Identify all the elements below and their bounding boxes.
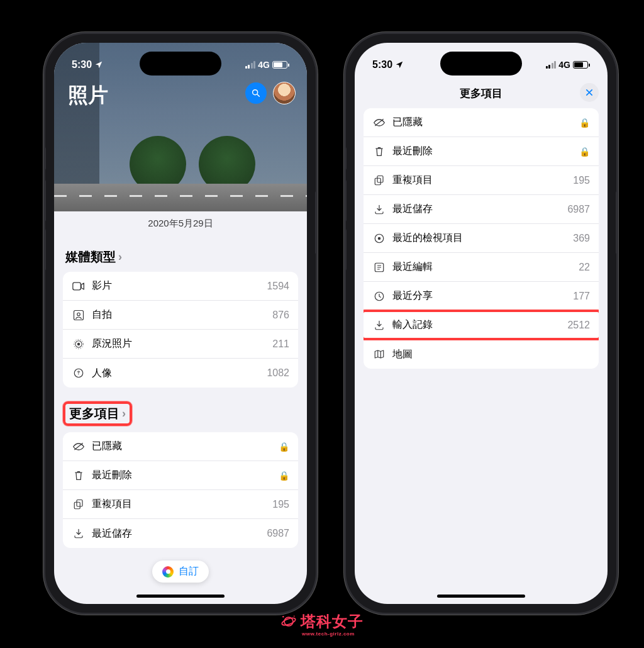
row-label: 已隱藏 xyxy=(86,440,279,453)
customize-button[interactable]: 自訂 xyxy=(152,561,209,583)
row-duplicates[interactable]: 重複項目 195 xyxy=(364,166,599,195)
screen-left: 5:30 4G 照片 2020年5月29日 媒體類型 xyxy=(54,43,307,604)
svg-rect-3 xyxy=(74,310,84,320)
row-map[interactable]: 地圖 xyxy=(364,340,599,369)
home-indicator[interactable] xyxy=(437,595,525,598)
row-label: 最近刪除 xyxy=(86,469,279,482)
close-icon xyxy=(585,88,594,97)
mute-switch[interactable] xyxy=(45,147,46,170)
customize-label: 自訂 xyxy=(179,565,199,578)
network-label: 4G xyxy=(258,60,270,70)
power-button[interactable] xyxy=(315,191,316,254)
row-count: 1594 xyxy=(267,281,289,292)
row-videos[interactable]: 影片 1594 xyxy=(63,272,298,301)
duplicate-icon xyxy=(72,499,86,510)
hidden-icon xyxy=(72,442,86,452)
row-hidden[interactable]: 已隱藏 🔒 xyxy=(364,108,599,137)
hidden-icon xyxy=(372,118,386,128)
svg-line-1 xyxy=(257,94,259,96)
svg-point-5 xyxy=(77,342,80,345)
dynamic-island xyxy=(140,52,221,75)
phone-right: 5:30 4G 更多項目 已隱藏 🔒 xyxy=(346,34,616,613)
search-button[interactable] xyxy=(245,82,267,104)
close-button[interactable] xyxy=(580,83,599,102)
row-count: 195 xyxy=(272,499,289,510)
watermark: 塔科女子 www.tech-girlz.com xyxy=(280,612,364,632)
volume-up[interactable] xyxy=(346,180,347,221)
svg-rect-11 xyxy=(74,502,80,509)
search-icon xyxy=(251,88,261,98)
watermark-url: www.tech-girlz.com xyxy=(302,631,355,637)
download-icon xyxy=(372,204,386,215)
row-count: 369 xyxy=(573,233,590,244)
recent-edit-icon xyxy=(372,262,386,273)
trash-icon xyxy=(372,146,386,157)
modal-header: 更多項目 xyxy=(355,78,608,108)
row-imports[interactable]: 輸入記錄 2512 xyxy=(364,311,599,340)
phone-left: 5:30 4G 照片 2020年5月29日 媒體類型 xyxy=(45,34,316,613)
media-types-label: 媒體類型 xyxy=(65,249,116,265)
location-icon xyxy=(94,60,103,69)
row-label: 最近刪除 xyxy=(386,145,579,158)
lock-icon: 🔒 xyxy=(579,118,590,128)
row-recently-deleted[interactable]: 最近刪除 🔒 xyxy=(63,461,298,490)
row-count: 876 xyxy=(272,310,289,321)
row-recently-deleted[interactable]: 最近刪除 🔒 xyxy=(364,137,599,166)
row-count: 211 xyxy=(272,338,289,350)
duplicate-icon xyxy=(372,175,386,186)
row-recently-edited[interactable]: 最近編輯 22 xyxy=(364,253,599,282)
power-button[interactable] xyxy=(616,191,616,254)
row-label: 已隱藏 xyxy=(386,116,579,129)
volume-up[interactable] xyxy=(45,180,46,221)
row-label: 原況照片 xyxy=(86,337,272,350)
download-icon xyxy=(72,528,86,539)
hero-date: 2020年5月29日 xyxy=(63,211,298,237)
mute-switch[interactable] xyxy=(346,147,347,170)
row-hidden[interactable]: 已隱藏 🔒 xyxy=(63,432,298,461)
more-items-card: 已隱藏 🔒 最近刪除 🔒 重複項目 195 最近儲存 6987 xyxy=(63,432,298,548)
row-count: 2512 xyxy=(567,320,590,331)
row-count: 6987 xyxy=(267,528,289,539)
volume-down[interactable] xyxy=(45,229,46,271)
row-recently-viewed[interactable]: 最近的檢視項目 369 xyxy=(364,224,599,253)
network-label: 4G xyxy=(558,60,570,70)
live-photo-icon xyxy=(72,338,86,350)
row-count: 1082 xyxy=(267,367,289,379)
lock-icon: 🔒 xyxy=(579,147,590,157)
row-label: 最近編輯 xyxy=(386,260,579,274)
status-time: 5:30 xyxy=(72,59,92,70)
row-live-photos[interactable]: 原況照片 211 xyxy=(63,330,298,359)
row-count: 177 xyxy=(573,291,590,302)
media-types-card: 影片 1594 自拍 876 原況照片 211 f 人像 1082 xyxy=(63,272,298,388)
lock-icon: 🔒 xyxy=(279,471,289,481)
svg-point-4 xyxy=(77,313,80,316)
profile-avatar[interactable] xyxy=(273,82,296,104)
row-recently-shared[interactable]: 最近分享 177 xyxy=(364,282,599,311)
svg-point-17 xyxy=(378,237,381,240)
row-recently-saved[interactable]: 最近儲存 6987 xyxy=(63,519,298,548)
more-items-label: 更多項目 xyxy=(69,405,119,422)
row-recently-saved[interactable]: 最近儲存 6987 xyxy=(364,195,599,224)
row-label: 自拍 xyxy=(86,308,272,321)
row-selfies[interactable]: 自拍 876 xyxy=(63,301,298,330)
modal-title: 更多項目 xyxy=(460,86,502,101)
row-label: 最近的檢視項目 xyxy=(386,232,573,245)
signal-icon xyxy=(546,61,557,69)
chevron-right-icon: › xyxy=(122,407,126,420)
home-indicator[interactable] xyxy=(136,595,225,598)
location-icon xyxy=(395,60,404,69)
import-icon xyxy=(372,320,386,331)
media-types-header[interactable]: 媒體類型 › xyxy=(63,237,298,272)
row-duplicates[interactable]: 重複項目 195 xyxy=(63,490,298,519)
row-count: 6987 xyxy=(567,204,590,215)
row-portrait[interactable]: f 人像 1082 xyxy=(63,359,298,388)
more-items-header[interactable]: 更多項目 › xyxy=(63,401,132,426)
page-title: 照片 xyxy=(68,82,108,109)
photos-app-icon xyxy=(162,566,174,578)
chevron-right-icon: › xyxy=(118,250,122,264)
row-label: 重複項目 xyxy=(86,498,272,511)
row-label: 最近儲存 xyxy=(86,527,267,540)
volume-down[interactable] xyxy=(346,229,347,271)
row-label: 影片 xyxy=(86,279,267,293)
svg-point-23 xyxy=(294,615,295,617)
